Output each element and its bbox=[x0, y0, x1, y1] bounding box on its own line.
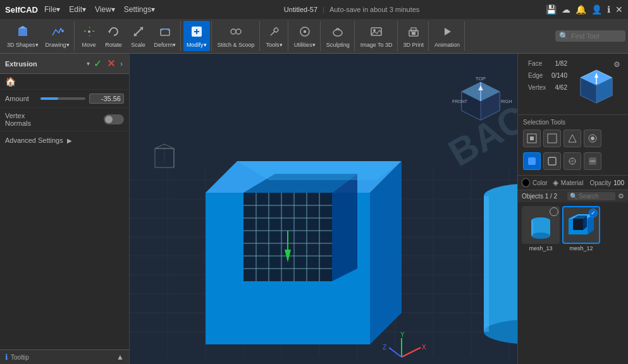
stitch-icon bbox=[229, 25, 243, 40]
sel-tool-vertex[interactable] bbox=[523, 130, 541, 147]
3d-preview: ⚙ bbox=[571, 59, 622, 111]
svg-rect-23 bbox=[412, 32, 416, 35]
topbar: SelfCAD File▾ Edit▾ View▾ Settings▾ Unti… bbox=[0, 0, 628, 19]
search-icon: 🔍 bbox=[559, 32, 569, 40]
color-swatch[interactable] bbox=[522, 178, 530, 187]
svg-marker-103 bbox=[569, 135, 576, 142]
svg-marker-4 bbox=[89, 33, 90, 37]
advanced-settings-row[interactable]: Advanced Settings ▶ bbox=[0, 131, 129, 149]
info-icon[interactable]: ℹ bbox=[607, 4, 610, 15]
tool-modify[interactable]: Modify▾ bbox=[183, 21, 210, 51]
user-icon[interactable]: 👤 bbox=[591, 4, 602, 15]
sel-tool-face[interactable] bbox=[563, 130, 581, 147]
tool-deform[interactable]: Deform▾ bbox=[151, 21, 180, 51]
fev-section: Face 1/82 Edge 0/140 Vertex 4/62 bbox=[518, 54, 628, 115]
objects-gear-icon[interactable]: ⚙ bbox=[618, 192, 624, 200]
tools-icon bbox=[268, 25, 281, 40]
panel-close-btn[interactable]: ✕ bbox=[106, 56, 116, 71]
tool-sculpting[interactable]: Sculpting bbox=[323, 21, 353, 51]
sel-tool-texture[interactable] bbox=[584, 152, 601, 170]
scale-icon bbox=[132, 25, 145, 40]
menu-file[interactable]: File▾ bbox=[42, 5, 63, 14]
menu-view[interactable]: View▾ bbox=[92, 5, 118, 14]
sel-tool-object[interactable] bbox=[584, 130, 601, 147]
panel-confirm-btn[interactable]: ✓ bbox=[92, 56, 103, 71]
mesh12-thumb: ✓ bbox=[562, 206, 600, 244]
mesh12-checkbox[interactable]: ✓ bbox=[589, 209, 598, 217]
tools-group: Tools▾ bbox=[261, 21, 288, 51]
selection-tools-section: Selection Tools bbox=[518, 115, 628, 176]
object-card-mesh13[interactable]: mesh_13 bbox=[522, 206, 560, 252]
sculpting-group: Sculpting bbox=[322, 21, 355, 51]
menu-settings[interactable]: Settings▾ bbox=[121, 5, 157, 14]
tooltip-expand-icon[interactable]: ▲ bbox=[116, 353, 124, 361]
sel-tool-wire[interactable] bbox=[543, 152, 561, 170]
svg-marker-53 bbox=[332, 174, 357, 281]
cloud-icon[interactable]: ☁ bbox=[562, 4, 570, 15]
save-icon[interactable]: 💾 bbox=[546, 4, 557, 15]
tool-tools[interactable]: Tools▾ bbox=[262, 21, 286, 51]
bell-icon[interactable]: 🔔 bbox=[576, 4, 586, 15]
object-card-mesh12[interactable]: ✓ mesh_12 bbox=[562, 206, 600, 252]
menu-edit[interactable]: Edit▾ bbox=[66, 5, 89, 14]
objects-search-box[interactable]: 🔍 bbox=[567, 192, 615, 200]
svg-rect-106 bbox=[528, 157, 536, 165]
amount-value[interactable] bbox=[89, 94, 124, 104]
vertex-normals-toggle[interactable] bbox=[104, 114, 124, 124]
tool-stitch[interactable]: Stitch & Scoop bbox=[214, 21, 258, 51]
sel-tool-solid[interactable] bbox=[523, 152, 541, 170]
tooltip-info-icon: ℹ bbox=[5, 353, 8, 361]
doc-title: Untitled-57 bbox=[284, 6, 317, 13]
tool-search-box[interactable]: 🔍 bbox=[555, 30, 625, 42]
svg-marker-1 bbox=[18, 26, 27, 28]
sel-tools-row-2 bbox=[520, 150, 625, 173]
viewport-navcube[interactable]: TOP RIGHT FRONT bbox=[449, 66, 512, 130]
mesh13-checkbox[interactable] bbox=[550, 207, 558, 216]
advanced-settings-label: Advanced Settings bbox=[5, 136, 63, 144]
tool-drawing[interactable]: Drawing▾ bbox=[42, 21, 73, 51]
material-icon[interactable]: ◈ bbox=[553, 178, 558, 187]
animation-group: Animation bbox=[430, 21, 465, 51]
tool-3dprint[interactable]: 3D Print bbox=[400, 21, 428, 51]
modify-icon bbox=[190, 25, 204, 40]
svg-point-18 bbox=[333, 30, 342, 36]
panel-collapse-btn[interactable]: › bbox=[119, 58, 124, 70]
svg-rect-19 bbox=[371, 28, 381, 35]
drawing-icon bbox=[51, 25, 65, 40]
search-input[interactable] bbox=[571, 32, 622, 40]
sel-tool-edge[interactable] bbox=[543, 130, 561, 147]
face-label: Face bbox=[528, 60, 542, 67]
objects-header: Objects 1 / 2 🔍 ⚙ bbox=[518, 190, 628, 202]
home-row: 🏠 bbox=[0, 74, 129, 90]
tool-move[interactable]: Move bbox=[77, 21, 101, 51]
transform-group: Move Rotate Scale Deform▾ bbox=[76, 21, 182, 51]
selection-tools-label: Selection Tools bbox=[523, 119, 565, 126]
tool-rotate[interactable]: Rotate bbox=[102, 21, 126, 51]
tool-utilities[interactable]: Utilities▾ bbox=[291, 21, 319, 51]
main-area: Extrusion ▾ ✓ ✕ › 🏠 Amount VertexNormals… bbox=[0, 54, 628, 364]
amount-label: Amount bbox=[5, 95, 37, 102]
tool-3dshapes[interactable]: 3D Shapes▾ bbox=[4, 21, 42, 51]
tool-scale[interactable]: Scale bbox=[126, 21, 151, 51]
modify-label: Modify▾ bbox=[187, 42, 207, 48]
gear-btn[interactable]: ⚙ bbox=[613, 60, 620, 69]
image3d-label: Image To 3D bbox=[360, 42, 393, 48]
objects-search-input[interactable] bbox=[579, 193, 610, 200]
image3d-icon bbox=[369, 25, 383, 40]
svg-marker-5 bbox=[83, 30, 88, 32]
close-icon[interactable]: ✕ bbox=[615, 4, 623, 15]
vertex-label: Vertex bbox=[528, 84, 546, 91]
tool-image3d[interactable]: Image To 3D bbox=[357, 21, 396, 51]
panel-dropdown-icon[interactable]: ▾ bbox=[87, 60, 90, 67]
sel-tool-xray[interactable] bbox=[563, 152, 581, 170]
viewport[interactable]: Drag slider or gizmo to modify the extru… bbox=[130, 54, 517, 364]
home-icon[interactable]: 🏠 bbox=[5, 76, 16, 87]
material-label: Material bbox=[561, 179, 584, 186]
amount-slider[interactable] bbox=[40, 97, 85, 100]
svg-rect-115 bbox=[531, 221, 533, 236]
object-cards: mesh_13 ✓ bbox=[518, 202, 628, 255]
sculpting-icon bbox=[331, 25, 345, 40]
tool-animation[interactable]: Animation bbox=[431, 21, 463, 51]
tooltip-bar: ℹ Tooltip ▲ bbox=[0, 349, 129, 364]
svg-text:TOP: TOP bbox=[476, 76, 486, 82]
